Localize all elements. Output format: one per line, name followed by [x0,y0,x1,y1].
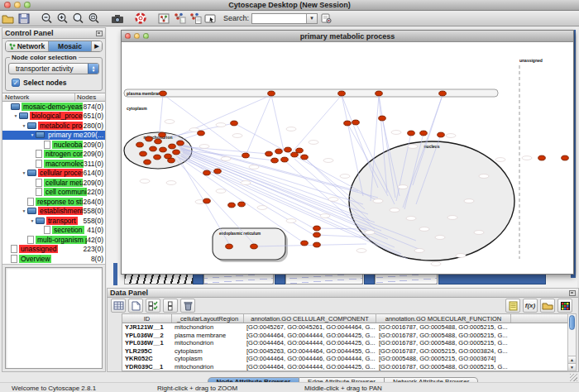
table-cell[interactable]: YLR295C [122,347,172,356]
zoom-in-icon[interactable] [55,12,69,25]
network-node[interactable] [251,244,258,249]
notes-icon[interactable] [505,299,520,313]
table-cell[interactable]: [GO:0044464, GO:0044446, GO:0044444, G..… [244,355,376,363]
network-node[interactable] [285,147,292,152]
expand-arrow-icon[interactable]: ▼ [21,123,27,128]
table-row[interactable]: YDR039C__1mitochondrion[GO:0044464, GO:0… [122,363,567,371]
zoom-selected-region-icon[interactable] [71,12,85,25]
table-cell[interactable]: cytoplasm [172,355,244,363]
network-node[interactable] [203,170,211,175]
new-attribute-icon[interactable] [128,299,143,313]
network-node[interactable] [169,144,176,149]
tree-row[interactable]: cellular metabo209(0) [2,178,105,188]
search-input[interactable] [252,14,306,23]
network-node[interactable] [275,149,283,154]
tree-row[interactable]: macromolecule311(0) [2,159,105,169]
tree-row[interactable]: ▼establishment of lo558(0) [2,207,105,217]
unselect-attributes-icon[interactable] [163,299,178,313]
network-node[interactable] [301,241,309,246]
network-node[interactable] [439,91,447,96]
node-color-dropdown[interactable]: transporter activity ▲▼ [8,63,99,74]
network-node[interactable] [268,91,275,96]
formula-builder-icon[interactable]: f(x) [523,299,538,313]
attribute-table-icon[interactable] [111,299,126,313]
tree-column-network[interactable]: Network [2,93,75,101]
search-options-icon[interactable] [318,12,333,25]
tree-row[interactable]: response to stimul264(0) [2,197,105,207]
table-row[interactable]: YJR121W__1mitochondrion[GO:0045267, GO:0… [122,323,567,332]
expand-arrow-icon[interactable]: ▼ [12,113,19,118]
network-node[interactable] [338,91,346,96]
tab-mosaic[interactable]: Mosaic [49,41,92,51]
network-node[interactable] [420,131,428,136]
network-node[interactable] [291,152,299,157]
network-node[interactable] [160,147,167,152]
import-table-icon[interactable] [188,12,202,25]
table-cell[interactable]: plasma membrane [172,332,244,340]
network-node[interactable] [379,116,386,121]
network-node[interactable] [238,202,246,207]
zoom-fit-icon[interactable] [87,12,101,25]
tree-row[interactable]: nucleobase-209(0) [2,140,105,150]
network-node[interactable] [168,158,175,163]
network-node[interactable] [242,153,250,158]
tree-row[interactable]: ▼primary metabo209(... [2,131,105,141]
network-node[interactable] [226,244,233,249]
open-session-icon[interactable] [1,12,15,25]
network-node[interactable] [562,155,569,160]
network-node[interactable] [155,139,162,144]
table-row[interactable]: YPL036W__1mitochondrion[GO:0044464, GO:0… [122,339,567,347]
network-node[interactable] [173,150,180,155]
save-session-icon[interactable] [17,12,31,25]
tree-row[interactable]: secretion41(0) [2,226,105,236]
zoom-out-icon[interactable] [40,12,54,25]
network-node[interactable] [203,198,211,203]
table-cell[interactable]: YKR052C [122,355,172,363]
column-header[interactable]: annotation.GO MOLECULAR_FUNCTION [376,314,511,323]
tree-column-nodes[interactable]: Nodes [75,93,105,101]
help-icon[interactable] [133,12,147,25]
table-cell[interactable]: [GO:0016787, GO:0005488, GO:0005215, G..… [376,363,511,371]
network-node[interactable] [136,142,144,147]
network-node[interactable] [313,232,321,237]
network-node[interactable] [160,91,167,96]
tree-row[interactable]: multi-organism pro42(0) [2,235,105,245]
tree-row[interactable]: unassigned223(0) [2,245,105,255]
float-panel-icon[interactable] [96,31,103,36]
network-node[interactable] [140,151,147,156]
search-dropdown-arrow-icon[interactable]: ▼ [306,14,317,23]
network-node[interactable] [231,121,238,126]
network-node[interactable] [159,132,166,137]
tree-row[interactable]: nitrogen compo209(0) [2,150,105,160]
import-attributes-icon[interactable] [540,299,555,313]
scroll-down-icon[interactable]: ▼ [568,363,576,370]
network-node[interactable] [344,121,352,126]
table-cell[interactable]: [GO:0045267, GO:0045261, GO:0044464, G..… [244,323,376,332]
import-network-icon[interactable] [172,12,186,25]
table-cell[interactable]: YPL036W__1 [122,339,172,347]
tree-row[interactable]: ▼transport558(0) [2,216,105,226]
expand-arrow-icon[interactable]: ▼ [29,218,36,223]
tab-overflow-arrow-icon[interactable]: ▶ [92,41,102,51]
network-node[interactable] [228,203,236,208]
network-node[interactable] [150,146,157,151]
table-cell[interactable]: [GO:0044464, GO:0044444, GO:0044425, G..… [244,339,376,347]
table-row[interactable]: YLR295Ccytoplasm[GO:0045263, GO:0044464,… [122,347,567,356]
network-node[interactable] [538,155,546,160]
tree-row[interactable]: ▼biological_process651(0) [2,112,105,122]
table-cell[interactable]: YJR121W__1 [122,323,172,332]
annotation-icon[interactable] [203,12,218,25]
delete-attribute-icon[interactable] [180,299,195,313]
network-node[interactable] [352,120,360,125]
float-panel-icon[interactable] [569,290,576,296]
table-cell[interactable]: [GO:0016787, GO:0005488, GO:0005215, G..… [376,332,511,340]
tab-network[interactable]: Network [6,41,49,51]
table-cell[interactable]: mitochondrion [172,363,244,371]
table-scrollbar[interactable]: ▲ ▼ [567,313,577,371]
table-cell[interactable]: YPL036W__2 [122,332,172,340]
resize-grip[interactable] [570,374,577,381]
table-cell[interactable]: [GO:0044464, GO:0044444, GO:0044425, G..… [244,363,376,371]
expand-arrow-icon[interactable]: ▼ [21,170,27,175]
snapshot-icon[interactable] [110,12,124,25]
column-header[interactable]: _cellularLayoutRegion [172,314,244,323]
